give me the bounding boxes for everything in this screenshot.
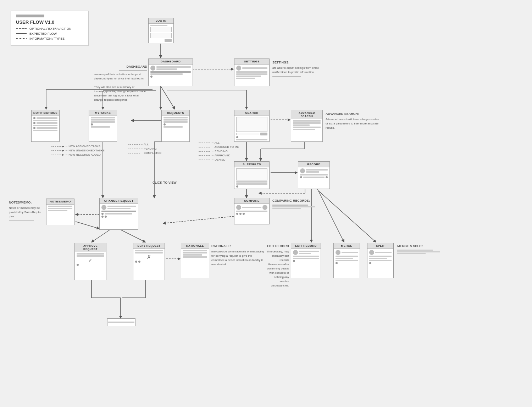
cr-l2 xyxy=(107,208,131,209)
er-l3 xyxy=(293,256,319,257)
req-denied: → DENIED xyxy=(211,158,225,161)
sr-input xyxy=(236,168,267,180)
dn-l2 xyxy=(135,252,163,253)
db-row1 xyxy=(150,66,191,71)
req-c1 xyxy=(164,123,166,126)
cmp-c1 xyxy=(236,213,238,215)
cr-l3 xyxy=(101,211,136,212)
deny-request-body: ✗ xyxy=(133,249,165,280)
cr-c3 xyxy=(105,216,107,218)
edit-record-body xyxy=(291,249,321,278)
mt-completed: → COMPLETED xyxy=(140,151,161,155)
change-request-box: CHANGE REQUEST xyxy=(99,198,138,230)
mg-l1 xyxy=(342,252,358,253)
mg-row1 xyxy=(336,250,358,255)
approve-check-icon: ✓ xyxy=(77,257,104,263)
rec-c2 xyxy=(326,176,328,178)
mt-all: → ALL xyxy=(140,143,149,146)
approve-request-header: APPROVE REQUEST xyxy=(75,243,106,252)
svg-line-29 xyxy=(163,216,234,223)
notif-c3 xyxy=(33,127,35,129)
rec-row1 xyxy=(300,168,328,173)
mt-l3 xyxy=(91,121,115,123)
mt-l4 xyxy=(91,126,110,128)
s-results-header: S. RESULTS xyxy=(234,162,269,167)
dashboard-label: DASHBOARD xyxy=(94,65,147,69)
mt-l1 xyxy=(91,117,115,118)
rec-l1 xyxy=(306,169,328,171)
record-body xyxy=(298,167,329,189)
er-row1 xyxy=(293,250,319,255)
svg-line-34 xyxy=(319,191,376,242)
login-input2 xyxy=(150,33,172,38)
req-l3 xyxy=(164,121,188,123)
req-l2 xyxy=(164,119,188,121)
notes-memo-desc: Notes or memos may be provided by Sales/… xyxy=(9,206,44,219)
final-line xyxy=(108,322,134,323)
set-line5 xyxy=(236,78,255,79)
cmp-c3 xyxy=(243,213,245,215)
s-results-body xyxy=(234,167,269,189)
notif-c2 xyxy=(33,122,35,124)
search-btn xyxy=(260,133,267,135)
dash-desc-line xyxy=(119,70,147,71)
nm-desc-line xyxy=(9,220,34,221)
dashed-line-icon xyxy=(16,28,27,29)
notif-c1 xyxy=(33,117,35,119)
notes-memo-header: NOTES/MEMO xyxy=(46,199,74,205)
edit-record-label: EDIT RECORD xyxy=(266,244,289,249)
notes-memo-body xyxy=(46,205,74,225)
record-header: RECORD xyxy=(298,162,329,167)
login-line1 xyxy=(150,25,167,26)
dashboard-body xyxy=(149,65,193,86)
mg-av1 xyxy=(336,250,340,255)
sp-c1 xyxy=(369,262,371,264)
settings-header: SETTINGS xyxy=(234,59,269,65)
adv-search-desc: Advanced search will have a large number… xyxy=(326,117,381,130)
adv-l2 xyxy=(293,122,321,124)
deny-request-box: DENY REQUEST ✗ xyxy=(133,243,165,280)
login-button xyxy=(165,39,172,42)
db-line2 xyxy=(156,68,177,70)
change-request-header: CHANGE REQUEST xyxy=(100,198,138,204)
edit-record-desc: If necessary, may manually edit records … xyxy=(266,250,289,288)
legend: USER FLOW V1.0 OPTIONAL / EXTRA ACTION E… xyxy=(11,11,89,46)
notes-memo-description: NOTES/MEMO: Notes or memos may be provid… xyxy=(9,200,44,221)
my-tasks-body xyxy=(89,116,117,141)
cmp-desc-l2 xyxy=(272,206,315,207)
advanced-search-box: ADVANCED SEARCH xyxy=(291,110,323,142)
login-btn-row xyxy=(150,39,172,42)
merge-split-description: MERGE & SPLIT: xyxy=(397,244,440,254)
cr-row3 xyxy=(101,216,136,218)
dn-row1 xyxy=(135,261,163,263)
db-line1 xyxy=(156,66,191,68)
rationale-label: RATIONALE: xyxy=(211,244,265,249)
mg-l2 xyxy=(336,256,358,257)
notif-new-records: → NEW RECORDS ADDED xyxy=(65,153,101,156)
sr-l2 xyxy=(236,183,267,185)
svg-line-33 xyxy=(317,189,344,242)
sp-row1 xyxy=(369,250,392,255)
rec-l2 xyxy=(306,171,319,173)
cmp-row1 xyxy=(236,205,267,210)
adv-search-body xyxy=(291,119,322,141)
search-body xyxy=(234,116,269,141)
settings-label: SETTINGS: xyxy=(272,60,329,65)
er-c1 xyxy=(293,260,295,262)
legend-item-expected: EXPECTED FLOW xyxy=(16,32,83,35)
change-request-body xyxy=(100,204,138,229)
legend-title: USER FLOW V1.0 xyxy=(16,19,83,25)
adv-search-description: ADVANCED SEARCH: Advanced search will ha… xyxy=(326,112,381,130)
mg-l3 xyxy=(336,258,353,259)
sp-l4 xyxy=(369,260,392,261)
adv-search-header: ADVANCED SEARCH xyxy=(291,110,322,119)
sp-l2 xyxy=(369,256,392,257)
merge-split-label: MERGE & SPLIT: xyxy=(397,244,440,249)
nm-l2 xyxy=(48,208,72,209)
comparing-records-label: COMPARING RECORDS: xyxy=(272,199,315,203)
notif-l4 xyxy=(33,125,57,126)
rec-c1 xyxy=(300,176,302,178)
approve-request-body: ✓ xyxy=(75,252,106,280)
login-box: LOG IN xyxy=(148,18,174,43)
ap-l2 xyxy=(77,255,104,257)
